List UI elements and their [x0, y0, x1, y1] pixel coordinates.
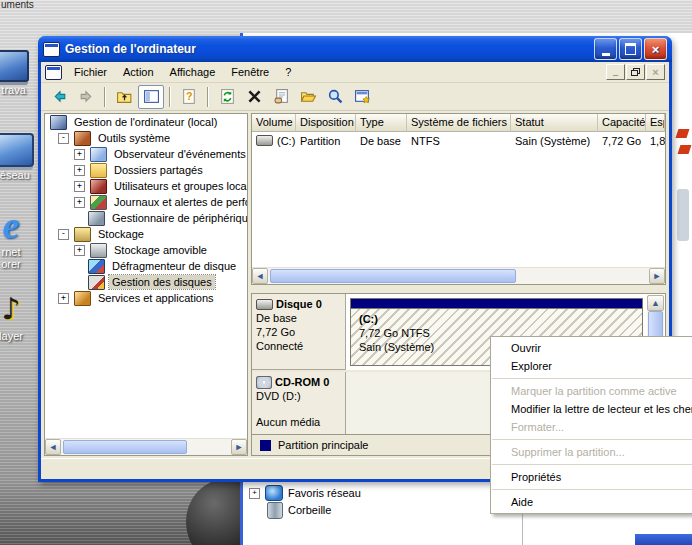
desktop-icon-internet-explorer[interactable]: e rnet orer	[0, 206, 34, 270]
tree-expand-box[interactable]: +	[58, 293, 69, 304]
menu-aide[interactable]: ?	[277, 64, 299, 80]
cdrom-drive: DVD (D:)	[256, 389, 341, 403]
tree-item-storage[interactable]: - Stockage	[45, 226, 247, 242]
storage-icon	[74, 227, 91, 242]
background-icon-fragment	[677, 189, 689, 241]
tree-item-device-manager[interactable]: Gestionnaire de périphériques	[45, 210, 247, 226]
column-header-disposition[interactable]: Disposition	[296, 114, 356, 132]
help-button[interactable]: ?	[176, 85, 202, 109]
desktop-icon-network[interactable]: réseau	[0, 133, 36, 181]
up-one-level-button[interactable]	[111, 85, 137, 109]
refresh-button[interactable]	[214, 85, 240, 109]
mdi-restore-button[interactable]	[626, 64, 645, 80]
tree-item-local-users-groups[interactable]: + Utilisateurs et groupes locaux	[45, 178, 247, 194]
scroll-left-arrow[interactable]: ◄	[252, 268, 268, 284]
scroll-left-arrow[interactable]: ◄	[45, 439, 61, 455]
search-button[interactable]	[322, 85, 348, 109]
maximize-button[interactable]	[619, 38, 642, 60]
tree-item-disk-management[interactable]: Gestion des disques	[45, 274, 247, 290]
cdrom-info[interactable]: CD-ROM 0 DVD (D:) Aucun média	[252, 372, 346, 434]
tree-item-performance-logs[interactable]: + Journaux et alertes de performance	[45, 194, 247, 210]
mdi-close-button[interactable]: ×	[646, 64, 665, 80]
column-header-volume[interactable]: Volume	[252, 114, 296, 132]
forward-button[interactable]	[73, 85, 99, 109]
menu-separator	[492, 464, 692, 465]
tree-collapse-box[interactable]: -	[58, 133, 69, 144]
scroll-right-arrow[interactable]: ►	[649, 268, 665, 284]
tree-item-event-viewer[interactable]: + Observateur d'événements	[45, 146, 247, 162]
tree-item-removable-storage[interactable]: + Stockage amovible	[45, 242, 247, 258]
hard-disk-icon	[256, 299, 273, 310]
scroll-right-arrow[interactable]: ►	[231, 439, 247, 455]
pane-splitter[interactable]	[251, 285, 666, 293]
desktop-icon-my-computer[interactable]: e trava	[0, 50, 32, 96]
menu-affichage[interactable]: Affichage	[162, 64, 224, 80]
background-window-edge	[635, 534, 692, 545]
tree-expand-box[interactable]: +	[74, 181, 85, 192]
disk0-size: 7,72 Go	[256, 325, 341, 339]
context-menu-item-marquer-active[interactable]: Marquer la partition comme active	[491, 382, 692, 400]
context-menu-item-formater[interactable]: Formater...	[491, 418, 692, 436]
minimize-button[interactable]	[594, 38, 617, 60]
tree-item-computer-management[interactable]: Gestion de l'ordinateur (local)	[45, 114, 247, 130]
context-menu-item-modifier-lettre[interactable]: Modifier la lettre de lecteur et les che…	[491, 400, 692, 418]
tree-collapse-box[interactable]: -	[58, 229, 69, 240]
properties-button[interactable]	[268, 85, 294, 109]
tree-expand-box[interactable]: +	[74, 245, 85, 256]
volume-row-c[interactable]: (C:) Partition De base NTFS Sain (Systèm…	[252, 132, 665, 149]
scroll-up-arrow[interactable]: ▲	[647, 295, 664, 311]
tree-expand-box[interactable]: +	[74, 149, 85, 160]
tree-expand-box[interactable]: +	[74, 165, 85, 176]
close-icon: ×	[652, 43, 660, 56]
console-options-button[interactable]	[349, 85, 375, 109]
scrollbar-thumb[interactable]	[63, 440, 187, 454]
tree-item-disk-defragmenter[interactable]: Défragmenteur de disque	[45, 258, 247, 274]
cdrom-media: Aucun média	[256, 415, 341, 429]
menubar: Fichier Action Affichage Fenêtre ? _ ×	[41, 62, 669, 83]
titlebar[interactable]: Gestion de l'ordinateur ×	[38, 36, 672, 62]
desktop-icon-media-player[interactable]: ♪ layer	[0, 292, 34, 342]
menu-action[interactable]: Action	[115, 64, 162, 80]
network-places-icon	[265, 485, 283, 501]
menu-fichier[interactable]: Fichier	[66, 64, 115, 80]
system-tools-icon	[74, 131, 91, 146]
explorer-item-recycle-bin[interactable]: Corbeille	[267, 502, 331, 518]
mdi-minimize-button[interactable]: _	[606, 64, 625, 80]
desktop-icon-label: réseau	[0, 169, 36, 181]
tree-expand-box[interactable]: +	[74, 197, 85, 208]
show-hide-console-tree-button[interactable]	[138, 85, 164, 109]
tree-horizontal-scrollbar[interactable]: ◄ ►	[45, 438, 247, 455]
tree-item-shared-folders[interactable]: + Dossiers partagés	[45, 162, 247, 178]
scrollbar-thumb[interactable]	[270, 269, 516, 283]
tree-expander[interactable]: +	[249, 488, 260, 499]
up-one-level-icon	[116, 88, 133, 105]
performance-logs-icon	[90, 195, 107, 210]
column-header-capacity[interactable]: Capacité	[598, 114, 646, 132]
delete-button[interactable]	[241, 85, 267, 109]
volume-list-horizontal-scrollbar[interactable]: ◄ ►	[252, 267, 665, 284]
close-button[interactable]: ×	[644, 38, 667, 60]
column-header-status[interactable]: Statut	[511, 114, 598, 132]
scrollbar-track[interactable]	[61, 439, 231, 455]
console-options-icon	[354, 88, 371, 105]
context-menu-item-explorer[interactable]: Explorer	[491, 357, 692, 375]
desktop-icon-label: layer	[0, 330, 34, 342]
back-button[interactable]	[46, 85, 72, 109]
services-icon	[74, 291, 91, 306]
column-header-free-space[interactable]: Espace libre	[646, 114, 665, 132]
column-header-type[interactable]: Type	[356, 114, 407, 132]
context-menu-item-ouvrir[interactable]: Ouvrir	[491, 339, 692, 357]
toolbar-separator	[169, 87, 171, 107]
column-header-filesystem[interactable]: Système de fichiers	[407, 114, 511, 132]
disk0-info[interactable]: Disque 0 De base 7,72 Go Connecté	[252, 294, 346, 370]
open-button[interactable]	[295, 85, 321, 109]
context-menu-item-proprietes[interactable]: Propriétés	[491, 468, 692, 486]
tree-item-system-tools[interactable]: - Outils système	[45, 130, 247, 146]
context-menu-item-supprimer-partition[interactable]: Supprimer la partition...	[491, 443, 692, 461]
window-icon	[43, 42, 60, 57]
context-menu-item-aide[interactable]: Aide	[491, 493, 692, 511]
menu-fenetre[interactable]: Fenêtre	[223, 64, 277, 80]
tree-item-services-applications[interactable]: + Services et applications	[45, 290, 247, 306]
explorer-item-network-places[interactable]: + Favoris réseau	[249, 485, 361, 501]
scrollbar-track[interactable]	[268, 268, 649, 284]
